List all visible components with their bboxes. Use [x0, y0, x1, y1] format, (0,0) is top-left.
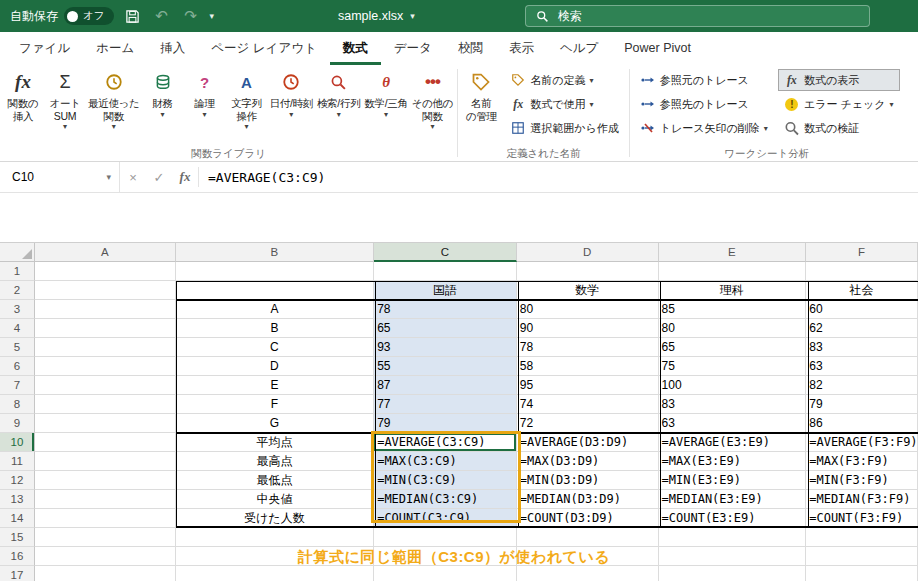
cell-C3[interactable]: 78 — [374, 300, 517, 319]
cell-B2[interactable] — [176, 281, 375, 300]
column-header-F[interactable]: F — [806, 243, 918, 262]
cell-A6[interactable] — [35, 357, 176, 376]
select-all-corner[interactable] — [0, 243, 35, 262]
cell-B5[interactable]: C — [176, 338, 375, 357]
cell-D10[interactable]: =AVERAGE(D3:D9) — [517, 433, 659, 452]
cell-E13[interactable]: =MEDIAN(E3:E9) — [659, 490, 807, 509]
cell-A1[interactable] — [35, 262, 176, 281]
cell-A17[interactable] — [35, 566, 176, 581]
cell-E16[interactable] — [659, 547, 807, 566]
tab-formulas[interactable]: 数式 — [330, 32, 381, 65]
cell-D2[interactable]: 数学 — [517, 281, 659, 300]
autosave-toggle[interactable]: 自動保存 オフ — [10, 7, 114, 25]
text-functions-button[interactable]: A文字列操作▾ — [226, 66, 268, 132]
financial-button[interactable]: 財務▾ — [142, 66, 184, 120]
tab-file[interactable]: ファイル — [6, 32, 83, 65]
tab-power-pivot[interactable]: Power Pivot — [611, 32, 704, 65]
row-header-2[interactable]: 2 — [0, 281, 35, 300]
cell-F1[interactable] — [806, 262, 918, 281]
cell-F4[interactable]: 62 — [806, 319, 918, 338]
tab-page-layout[interactable]: ページ レイアウト — [198, 32, 330, 65]
cell-B7[interactable]: E — [176, 376, 375, 395]
trace-precedents-button[interactable]: 参照元のトレース — [634, 69, 774, 91]
cell-D8[interactable]: 74 — [517, 395, 659, 414]
cell-D1[interactable] — [517, 262, 659, 281]
use-in-formula-button[interactable]: fx数式で使用▾ — [504, 93, 625, 115]
cell-C7[interactable]: 87 — [374, 376, 517, 395]
cell-D13[interactable]: =MEDIAN(D3:D9) — [517, 490, 659, 509]
logical-button[interactable]: ?論理▾ — [184, 66, 226, 120]
cell-E5[interactable]: 65 — [659, 338, 807, 357]
define-name-button[interactable]: 名前の定義▾ — [504, 69, 625, 91]
cell-A10[interactable] — [35, 433, 176, 452]
cell-C15[interactable] — [374, 528, 517, 547]
cell-C2[interactable]: 国語 — [374, 281, 517, 300]
cell-C8[interactable]: 77 — [374, 395, 517, 414]
cell-E3[interactable]: 85 — [659, 300, 807, 319]
row-header-16[interactable]: 16 — [0, 547, 35, 566]
enter-check-icon[interactable]: ✓ — [146, 162, 172, 192]
name-manager-button[interactable]: 名前の管理 — [460, 66, 502, 123]
cell-F11[interactable]: =MAX(F3:F9) — [806, 452, 918, 471]
row-header-11[interactable]: 11 — [0, 452, 35, 471]
cell-E15[interactable] — [659, 528, 807, 547]
cell-F9[interactable]: 86 — [806, 414, 918, 433]
row-header-10[interactable]: 10 — [0, 433, 35, 452]
cell-A7[interactable] — [35, 376, 176, 395]
cell-B12[interactable]: 最低点 — [176, 471, 375, 490]
row-header-9[interactable]: 9 — [0, 414, 35, 433]
recent-functions-button[interactable]: 最近使った関数▾ — [86, 66, 142, 132]
cell-B10[interactable]: 平均点 — [176, 433, 375, 452]
cell-D11[interactable]: =MAX(D3:D9) — [517, 452, 659, 471]
tab-data[interactable]: データ — [381, 32, 445, 65]
cell-D12[interactable]: =MIN(D3:D9) — [517, 471, 659, 490]
tab-help[interactable]: ヘルプ — [547, 32, 611, 65]
autosum-button[interactable]: ΣオートSUM▾ — [44, 66, 86, 132]
cell-D5[interactable]: 78 — [517, 338, 659, 357]
cell-E10[interactable]: =AVERAGE(E3:E9) — [659, 433, 807, 452]
cell-F10[interactable]: =AVERAGE(F3:F9) — [806, 433, 918, 452]
date-time-button[interactable]: 日付/時刻▾ — [268, 66, 315, 120]
cell-F7[interactable]: 82 — [806, 376, 918, 395]
cell-A16[interactable] — [35, 547, 176, 566]
cell-B9[interactable]: G — [176, 414, 375, 433]
formula-input[interactable]: =AVERAGE(C3:C9) — [199, 162, 918, 192]
cell-D9[interactable]: 72 — [517, 414, 659, 433]
quick-access-customize-icon[interactable]: ▾ — [210, 11, 215, 21]
row-header-8[interactable]: 8 — [0, 395, 35, 414]
row-header-5[interactable]: 5 — [0, 338, 35, 357]
cell-F12[interactable]: =MIN(F3:F9) — [806, 471, 918, 490]
cell-D17[interactable] — [517, 566, 659, 581]
redo-icon[interactable]: ↷ — [181, 5, 201, 27]
column-header-A[interactable]: A — [35, 243, 176, 262]
cell-D15[interactable] — [517, 528, 659, 547]
tab-review[interactable]: 校閲 — [445, 32, 496, 65]
cell-E11[interactable]: =MAX(E3:E9) — [659, 452, 807, 471]
cell-A5[interactable] — [35, 338, 176, 357]
cell-A8[interactable] — [35, 395, 176, 414]
row-header-6[interactable]: 6 — [0, 357, 35, 376]
cell-F8[interactable]: 79 — [806, 395, 918, 414]
cell-C4[interactable]: 65 — [374, 319, 517, 338]
column-header-B[interactable]: B — [176, 243, 375, 262]
column-header-C[interactable]: C — [374, 243, 517, 262]
column-header-E[interactable]: E — [659, 243, 807, 262]
cell-D7[interactable]: 95 — [517, 376, 659, 395]
cell-E6[interactable]: 75 — [659, 357, 807, 376]
cell-B8[interactable]: F — [176, 395, 375, 414]
evaluate-formula-button[interactable]: 数式の検証 — [778, 117, 900, 139]
cell-A15[interactable] — [35, 528, 176, 547]
cell-B11[interactable]: 最高点 — [176, 452, 375, 471]
cell-E2[interactable]: 理科 — [659, 281, 807, 300]
cell-B3[interactable]: A — [176, 300, 375, 319]
insert-function-button[interactable]: fx関数の挿入 — [2, 66, 44, 123]
cell-E9[interactable]: 63 — [659, 414, 807, 433]
cell-B1[interactable] — [176, 262, 375, 281]
insert-function-icon[interactable]: fx — [172, 162, 198, 192]
cell-A11[interactable] — [35, 452, 176, 471]
search-box[interactable]: 検索 — [525, 5, 870, 27]
column-header-D[interactable]: D — [517, 243, 659, 262]
cell-D3[interactable]: 80 — [517, 300, 659, 319]
error-checking-button[interactable]: !エラー チェック▾ — [778, 93, 900, 115]
row-header-3[interactable]: 3 — [0, 300, 35, 319]
